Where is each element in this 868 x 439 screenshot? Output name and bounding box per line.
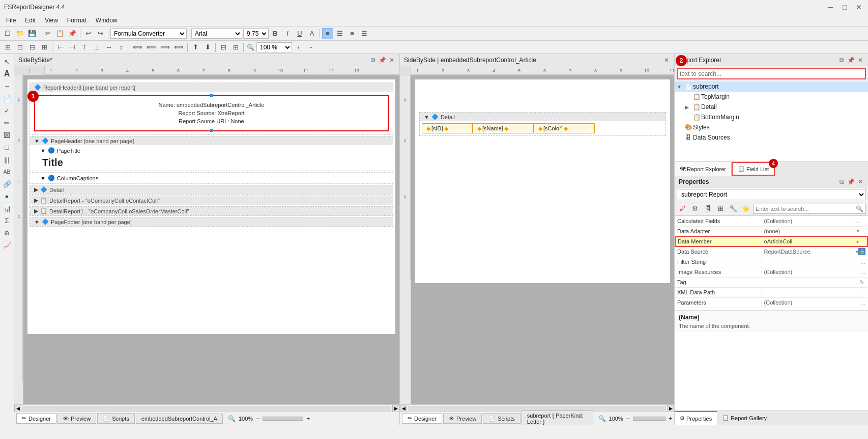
check-tool[interactable]: ✓ [2, 105, 13, 116]
left-scroll-right[interactable]: ▶ [392, 405, 399, 412]
prop-tag-edit[interactable]: ✎ [859, 279, 865, 286]
rect-tool[interactable]: □ [2, 142, 13, 153]
zoom-dropdown[interactable]: 100 % [256, 42, 292, 52]
tree-detail[interactable]: ▶ 📋 Detail [675, 102, 868, 112]
tb2-align5[interactable]: ↔ [103, 42, 114, 53]
tree-topmargin[interactable]: 📋 TopMargin [675, 92, 868, 102]
new-button[interactable]: ☐ [2, 28, 13, 39]
tb2-align1[interactable]: ⊢ [54, 42, 66, 53]
prop-xmldatapath-dots[interactable]: … [860, 290, 865, 295]
prop-imageresources-dots[interactable]: … [860, 269, 865, 275]
prop-highlight-btn[interactable]: 🖍 [677, 203, 688, 214]
redo-button[interactable]: ↪ [95, 28, 106, 39]
tab-properties[interactable]: ⚙ Properties [675, 411, 717, 425]
underline-button[interactable]: U [294, 28, 305, 39]
copy-button[interactable]: 📋 [54, 28, 66, 39]
font-size-dropdown[interactable]: 9,75 [243, 29, 269, 39]
left-tab-report[interactable]: embeddedSubreportControl_A [136, 414, 223, 424]
tree-datasources[interactable]: 🗄 Data Sources [675, 132, 868, 143]
tb2-size4[interactable]: ⟺ [172, 42, 185, 53]
align-left-button[interactable]: ≡ [322, 28, 333, 39]
close-button[interactable]: ✕ [854, 2, 864, 12]
subreport-expand-arrow[interactable]: ▼ [677, 84, 685, 90]
page-title-expand[interactable]: ▼ [40, 148, 46, 154]
field-sID[interactable]: ◆ [sID] ◆ [422, 123, 473, 133]
zoom-in-button[interactable]: + [293, 42, 304, 53]
prop-filterstring-dots[interactable]: … [860, 259, 865, 265]
properties-close[interactable]: ✕ [857, 178, 864, 185]
left-scroll-track[interactable] [22, 406, 391, 411]
field-sColor[interactable]: ◆ [sColor] ◆ [534, 123, 595, 133]
subreport-tool[interactable]: 📄 [2, 93, 13, 104]
align-right-button[interactable]: ≡ [346, 28, 358, 39]
chain-tool[interactable]: 🔗 [2, 178, 13, 189]
tree-styles[interactable]: 🎨 Styles [675, 122, 868, 132]
tb2-btn2[interactable]: ⊡ [14, 42, 25, 53]
prop-filter-btn[interactable]: 🔧 [728, 203, 739, 214]
prop-parameters-dots[interactable]: … [860, 300, 865, 306]
right-panel-close[interactable]: ✕ [663, 57, 670, 64]
tab-report-explorer[interactable]: 🗺 Report Explorer [675, 162, 732, 176]
line-tool[interactable]: ╌ [2, 80, 13, 92]
left-tab-designer[interactable]: ✏ Designer [16, 413, 56, 424]
tb2-grid1[interactable]: ⊟ [218, 42, 229, 53]
right-zoom-plus[interactable]: + [669, 415, 672, 422]
properties-search-input[interactable] [756, 206, 856, 212]
tb2-grid2[interactable]: ⊞ [230, 42, 241, 53]
minimize-button[interactable]: ─ [825, 2, 835, 12]
properties-pin[interactable]: 📌 [846, 178, 856, 185]
menu-format[interactable]: Format [63, 16, 91, 25]
undo-button[interactable]: ↩ [82, 28, 94, 39]
detail-report1-expand[interactable]: ▶ [34, 208, 38, 214]
vbar-tool[interactable]: 📊 [2, 203, 13, 214]
tree-bottommargin[interactable]: 📋 BottomMargin [675, 112, 868, 122]
italic-button[interactable]: I [282, 28, 293, 39]
align-center-button[interactable]: ☰ [334, 28, 345, 39]
tb2-size2[interactable]: ⟸ [145, 42, 158, 53]
prop-datamember-dropdown[interactable]: ▾ [856, 239, 859, 244]
maximize-button[interactable]: □ [840, 2, 850, 12]
font-name-dropdown[interactable]: Arial [191, 29, 242, 39]
page-header-expand[interactable]: ▼ [34, 138, 40, 144]
field-sName[interactable]: ◆ [sName] ◆ [473, 123, 534, 133]
tb2-order2[interactable]: ⬇ [202, 42, 213, 53]
right-zoom-slider[interactable] [633, 417, 666, 421]
resize-handle-top[interactable] [210, 94, 213, 97]
bold-button[interactable]: B [270, 28, 281, 39]
tb2-btn3[interactable]: ⊟ [26, 42, 38, 53]
menu-file[interactable]: File [2, 16, 20, 25]
resize-handle-bottom[interactable] [210, 129, 213, 132]
menu-view[interactable]: View [41, 16, 62, 25]
ab-tool[interactable]: AB [2, 166, 13, 177]
left-panel-close[interactable]: ✕ [388, 57, 395, 64]
page-footer-expand[interactable]: ▼ [34, 219, 40, 225]
left-tab-preview[interactable]: 👁 Preview [57, 414, 96, 424]
edit-tool[interactable]: ✏ [2, 117, 13, 128]
tb2-align2[interactable]: ⊣ [67, 42, 78, 53]
image-tool[interactable]: 🖼 [2, 129, 13, 141]
left-tab-scripts[interactable]: 📄 Scripts [97, 413, 135, 424]
menu-window[interactable]: Window [92, 16, 122, 25]
explorer-pin[interactable]: 📌 [846, 57, 856, 64]
right-detail-expand[interactable]: ▼ [424, 114, 429, 120]
text-tool[interactable]: A [2, 68, 13, 79]
prop-calcfields-dots[interactable]: … [854, 218, 859, 224]
tb2-btn4[interactable]: ⊞ [39, 42, 50, 53]
select-tool[interactable]: ↖ [2, 56, 13, 67]
formula-converter-dropdown[interactable]: Formula Converter [110, 29, 187, 39]
window-controls[interactable]: ─ □ ✕ [825, 2, 864, 12]
component-selector[interactable]: subreport Report [677, 189, 866, 200]
tree-subreport[interactable]: ▼ 📄 subreport [675, 81, 868, 92]
open-button[interactable]: 📁 [14, 28, 25, 39]
pie-tool[interactable]: ⊕ [2, 227, 13, 238]
zoom-out-button[interactable]: - [305, 42, 316, 53]
prop-star-btn[interactable]: ⭐ [740, 203, 751, 214]
right-tab-report[interactable]: subreport { PaperKind: Letter } [522, 410, 593, 425]
tb2-order1[interactable]: ⬆ [190, 42, 201, 53]
prop-settings-btn[interactable]: ⚙ [689, 203, 701, 214]
detail-expand-arrow[interactable]: ▶ [685, 104, 693, 110]
font-color-button[interactable]: A [306, 28, 317, 39]
tb2-align4[interactable]: ⊥ [91, 42, 102, 53]
prop-dataadapter-dropdown[interactable]: ▾ [857, 228, 859, 234]
left-zoom-slider[interactable] [263, 417, 303, 421]
